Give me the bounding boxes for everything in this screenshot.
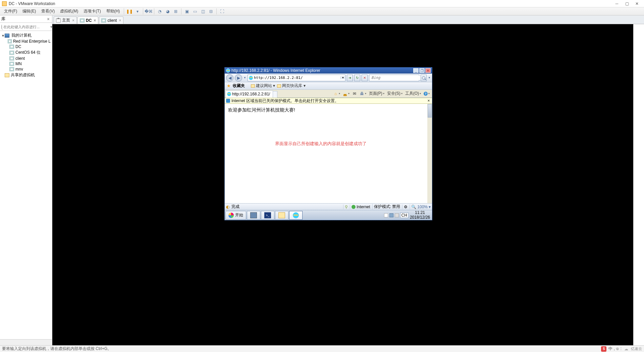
ime-indicator[interactable]: 中 , ⊙ : [608,346,622,352]
taskbar-ie[interactable] [289,211,303,220]
view-thumbnail-icon[interactable]: ◫ [200,8,206,14]
menu-edit[interactable]: 编辑(E) [20,8,39,15]
maximize-button[interactable]: ▢ [622,0,632,7]
snapshot-manager-icon[interactable]: ⊞ [173,8,179,14]
tab-dc[interactable]: DC× [77,16,98,24]
view-console-icon[interactable]: ▣ [184,8,190,14]
tray-clock[interactable]: 11:21 2018/12/26 [410,211,430,219]
vm-icon [9,51,14,55]
ie-address-input[interactable] [254,76,340,80]
infobar-close-icon[interactable]: × [427,98,431,103]
vm-canvas[interactable]: http://192.168.2.2:81/ - Windows Interne… [52,24,644,345]
ie-safety-menu[interactable]: 安全(S) ▾ [386,90,404,97]
ie-print-button[interactable]: 🖶▾ [359,91,367,97]
fullscreen-icon[interactable]: ⛶ [219,8,225,14]
send-ctrl-alt-del-icon[interactable]: �⌘ [146,8,152,14]
tree-my-computer[interactable]: ▾ 我的计算机 [0,32,52,39]
tab-client[interactable]: client× [99,16,123,24]
sogou-ime-icon[interactable]: S [601,346,606,352]
menu-file[interactable]: 文件(F) [1,8,20,15]
snapshot-revert-icon[interactable]: ◕ [165,8,171,14]
tray-sound-icon[interactable] [395,213,399,217]
separator [181,8,181,14]
separator [124,8,124,14]
status-zoom[interactable]: 🔍 100% ▾ [410,205,431,209]
ie-mail-button[interactable]: ✉ [351,91,358,97]
favorites-label[interactable]: 收藏夹 [233,83,245,89]
tray-lang[interactable]: CH [400,213,409,218]
tree-vm-client[interactable]: client [0,56,52,61]
pause-icon[interactable]: ❚❚ [126,8,132,14]
ie-search-input[interactable] [371,76,421,80]
star-icon[interactable]: ★ [227,83,231,88]
tree-label: mnv [15,67,23,72]
cmd-label: 页面(P) [369,91,382,96]
fav-web-slice[interactable]: 网页快讯库 ▾ [277,83,305,89]
ie-close-button[interactable]: × [425,68,431,73]
tree-shared-vms[interactable]: 共享的虚拟机 [0,72,52,78]
scroll-left-button[interactable] [0,340,26,345]
tab-close-icon[interactable]: × [94,18,96,23]
ie-new-tab-button[interactable] [273,91,277,98]
menu-vm[interactable]: 虚拟机(M) [57,8,81,15]
view-unity-icon[interactable]: ▭ [192,8,198,14]
ie-tab[interactable]: http://192.168.2.2:81/ [225,90,273,98]
system-tray: CH 11:21 2018/12/26 [383,211,431,219]
tree-vm-mnv[interactable]: mnv [0,67,52,72]
ie-stop-button[interactable]: ✕ [362,75,368,81]
ie-titlebar[interactable]: http://192.168.2.2:81/ - Windows Interne… [225,68,432,74]
ie-tools-menu[interactable]: 工具(O) ▾ [404,90,422,97]
start-button[interactable]: 开始 [225,211,246,220]
ie-back-button[interactable]: ◀ [226,74,233,82]
cmd-label: 工具(O) [405,91,419,96]
taskbar-powershell[interactable]: >_ [261,211,274,220]
menu-view[interactable]: 查看(V) [39,8,57,15]
tree-vm-redhat[interactable]: Red Hat Enterprise L [0,39,52,44]
tree-vm-dc[interactable]: DC [0,44,52,49]
ie-go-button[interactable]: ➜ [347,75,353,81]
menu-help[interactable]: 帮助(H) [104,8,123,15]
taskbar-server-manager[interactable] [247,211,260,220]
scrollbar-thumb[interactable] [428,104,432,118]
status-popup-icon[interactable]: ⚲ [343,205,348,209]
tree-vm-centos[interactable]: CentOS 64 位 [0,49,52,56]
ie-help-button[interactable]: ?▾ [423,91,431,96]
minimize-button[interactable]: ─ [612,0,622,7]
ie-maximize-button[interactable]: ❐ [419,68,425,73]
canvas-gutter [633,24,644,345]
ie-refresh-button[interactable]: ↻ [354,75,360,81]
ie-title-text: http://192.168.2.2:81/ - Windows Interne… [231,68,320,73]
ie-feeds-button[interactable]: ◛▾ [342,91,351,97]
ie-address-dropdown-icon[interactable]: ▼ [340,76,345,79]
view-multi-icon[interactable]: ⊟ [208,8,214,14]
ie-home-button[interactable]: ⌂▾ [332,91,341,97]
ie-page-menu[interactable]: 页面(P) ▾ [368,90,385,97]
tab-home[interactable]: 主页× [54,16,77,24]
tree-vm-mn[interactable]: MN [0,61,52,67]
ie-forward-button[interactable]: ▶ [235,74,242,82]
tray-network-icon[interactable] [389,213,393,217]
tree-label: MN [15,61,22,66]
tab-close-icon[interactable]: × [119,18,121,23]
mail-icon: ✉ [352,91,357,96]
tray-flag-icon[interactable] [384,213,388,217]
windows-orb-icon [228,213,234,218]
ie-minimize-button[interactable]: _ [413,68,419,73]
library-search-input[interactable] [3,25,50,29]
snapshot-icon[interactable]: ◔ [157,8,163,14]
library-close-icon[interactable]: × [46,17,51,21]
fav-suggested-sites[interactable]: 建议网站 ▾ [251,83,275,89]
ie-information-bar[interactable]: Internet 区域当前已关闭保护模式。单击此处打开安全设置。 × [225,98,432,104]
vm-icon [8,39,12,43]
taskbar-explorer[interactable] [275,211,288,220]
status-zone[interactable]: Internet [350,205,370,209]
status-addon-icon[interactable]: ⚙ [402,205,408,209]
menu-tabs[interactable]: 选项卡(T) [81,8,103,15]
tab-close-icon[interactable]: × [72,18,74,23]
dropdown-icon[interactable]: ▾ [135,8,141,14]
ie-history-dropdown-icon[interactable]: ▼ [244,76,246,79]
close-button[interactable]: ✕ [632,0,642,7]
ie-search-button[interactable] [421,75,427,81]
scroll-right-button[interactable] [26,340,52,345]
ie-search-dropdown-icon[interactable]: ▼ [428,76,431,79]
